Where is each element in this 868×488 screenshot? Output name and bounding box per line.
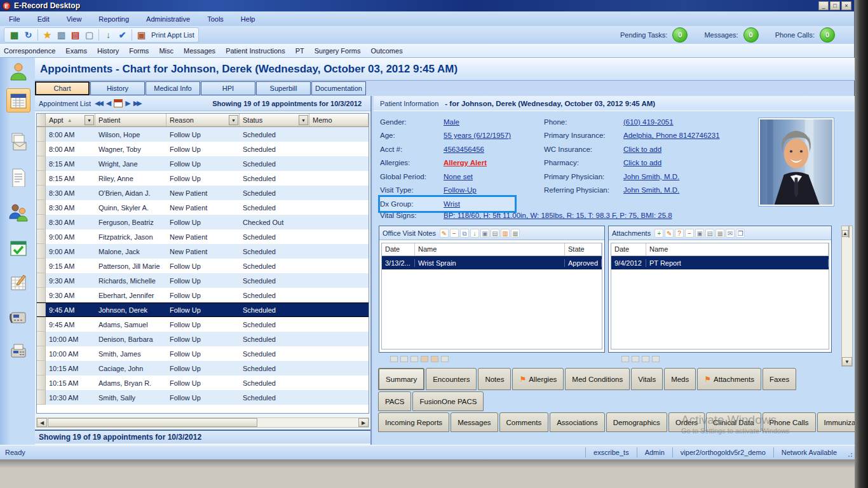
column-header-status[interactable]: Status▼ bbox=[240, 114, 309, 126]
tab-faxes[interactable]: Faxes bbox=[763, 368, 796, 390]
column-header-name[interactable]: Name bbox=[646, 243, 829, 255]
favorites-star-icon[interactable]: ★ bbox=[41, 29, 53, 41]
close-button[interactable]: × bbox=[841, 1, 851, 10]
tab-encounters[interactable]: Encounters bbox=[426, 368, 477, 390]
table-row[interactable]: 10:15 AMAdams, Bryan R.Follow UpSchedule… bbox=[37, 376, 369, 390]
scrollbar-thumb[interactable] bbox=[848, 226, 850, 238]
tab-comments[interactable]: Comments bbox=[499, 412, 549, 432]
tab-summary[interactable]: Summary bbox=[378, 368, 424, 390]
print-preview-icon[interactable]: ▤ bbox=[491, 229, 499, 238]
nav-tab-forms[interactable]: Forms bbox=[129, 47, 149, 55]
row-selector[interactable] bbox=[37, 127, 46, 142]
sidebar-item-tasks[interactable] bbox=[6, 236, 31, 260]
field-value[interactable]: Allergy Alert bbox=[444, 159, 487, 166]
field-value[interactable]: 4563456456 bbox=[444, 146, 484, 153]
row-selector[interactable] bbox=[37, 142, 46, 156]
archive-icon[interactable]: ▦ bbox=[715, 229, 724, 238]
row-selector[interactable] bbox=[37, 332, 46, 346]
sidebar-item-correspondence[interactable] bbox=[6, 129, 31, 153]
field-value[interactable]: Click to add bbox=[623, 146, 661, 153]
tab-fusionone-pacs[interactable]: FusionOne PACS bbox=[412, 391, 484, 411]
row-selector[interactable] bbox=[37, 186, 46, 200]
copy-icon[interactable]: ⧉ bbox=[460, 229, 469, 238]
menu-item-view[interactable]: View bbox=[67, 15, 82, 23]
first-day-button[interactable]: ◀◀ bbox=[95, 99, 104, 107]
field-value[interactable]: Click to add bbox=[623, 159, 661, 166]
menu-item-help[interactable]: Help bbox=[241, 15, 255, 23]
nav-tab-misc[interactable]: Misc bbox=[159, 47, 173, 55]
nav-tab-patient-instructions[interactable]: Patient Instructions bbox=[226, 47, 285, 55]
nav-tab-history[interactable]: History bbox=[97, 47, 119, 55]
field-value[interactable]: (610) 419-2051 bbox=[623, 118, 674, 126]
counter-badge-1[interactable]: 0 bbox=[743, 27, 759, 43]
calendar-add-icon[interactable]: ▦ bbox=[8, 29, 20, 41]
row-selector[interactable] bbox=[37, 156, 46, 171]
column-header-appt[interactable]: Appt▲▼ bbox=[46, 114, 95, 126]
scroll-left-arrow[interactable]: ◀ bbox=[37, 418, 47, 427]
sidebar-item-patients[interactable] bbox=[6, 200, 31, 224]
nav-tab-pt[interactable]: PT bbox=[295, 47, 304, 55]
delete-icon[interactable]: − bbox=[685, 229, 694, 238]
edit-icon[interactable]: ✎ bbox=[440, 229, 449, 238]
scroll-up-arrow[interactable]: ▲ bbox=[842, 230, 848, 237]
tab-vitals[interactable]: Vitals bbox=[631, 368, 663, 390]
menu-item-file[interactable]: File bbox=[9, 15, 20, 23]
field-value[interactable]: John Smith, M.D. bbox=[623, 186, 679, 194]
table-row[interactable]: 10:00 AMSmith, JamesFollow UpScheduled bbox=[37, 346, 369, 361]
check-icon[interactable]: ✔ bbox=[116, 29, 128, 41]
menu-item-tools[interactable]: Tools bbox=[207, 15, 224, 23]
tab-notes[interactable]: Notes bbox=[478, 368, 511, 390]
sidebar-item-calendar[interactable] bbox=[6, 88, 31, 112]
print-icon[interactable]: ▣ bbox=[135, 29, 147, 41]
filter-dropdown-icon[interactable]: ▼ bbox=[229, 115, 238, 125]
clipboard-icon[interactable]: ▥ bbox=[501, 229, 510, 238]
tab-demographics[interactable]: Demographics bbox=[606, 412, 667, 432]
tab-messages[interactable]: Messages bbox=[451, 412, 498, 432]
table-row[interactable]: 8:15 AMRiley, AnneFollow UpScheduled bbox=[37, 171, 369, 186]
filter-dropdown-icon[interactable]: ▼ bbox=[299, 115, 308, 125]
scroll-down-arrow[interactable]: ▼ bbox=[842, 357, 852, 366]
table-row[interactable]: 9:15 AMPatterson, Jill MarieFollow UpSch… bbox=[37, 259, 369, 273]
tab-associations[interactable]: Associations bbox=[550, 412, 605, 432]
resize-grip[interactable] bbox=[844, 451, 852, 458]
menu-item-reporting[interactable]: Reporting bbox=[98, 15, 129, 23]
table-row[interactable]: 9:00 AMMalone, JackNew PatientScheduled bbox=[37, 244, 369, 259]
column-header-date[interactable]: Date bbox=[611, 243, 646, 255]
column-header-state[interactable]: State bbox=[565, 243, 602, 255]
minimize-button[interactable]: _ bbox=[818, 1, 829, 10]
delete-icon[interactable]: − bbox=[450, 229, 459, 238]
table-row[interactable]: 9:45 AMJohnson, DerekFollow UpScheduled bbox=[37, 302, 369, 317]
vitals-value[interactable]: BP: 118/60, H: 5ft 11.00in, W: 185lbs, R… bbox=[444, 212, 672, 219]
filter-dropdown-icon[interactable]: ▼ bbox=[85, 115, 94, 125]
tab-orders[interactable]: Orders bbox=[668, 412, 705, 432]
column-header-patient[interactable]: Patient bbox=[95, 114, 166, 126]
tab-clinical-data[interactable]: Clinical Data bbox=[706, 412, 761, 432]
refresh-icon[interactable]: ↻ bbox=[22, 29, 34, 41]
tab-phone-calls[interactable]: Phone Calls bbox=[763, 412, 816, 432]
field-value[interactable]: Adelphia, Phone 8142746231 bbox=[623, 132, 720, 139]
import-icon[interactable]: ↓ bbox=[470, 229, 479, 238]
print-preview-icon[interactable]: ▤ bbox=[705, 229, 714, 238]
counter-badge-2[interactable]: 0 bbox=[820, 27, 835, 43]
help-icon[interactable]: ? bbox=[675, 229, 684, 238]
nav-tab-correspondence[interactable]: Correspondence bbox=[4, 47, 55, 55]
table-row[interactable]: 8:00 AMWilson, HopeFollow UpScheduled bbox=[37, 127, 369, 142]
scrollbar-thumb[interactable] bbox=[48, 418, 257, 427]
tab-chart[interactable]: Chart bbox=[35, 81, 90, 95]
row-selector[interactable] bbox=[37, 346, 46, 361]
nav-tab-messages[interactable]: Messages bbox=[184, 47, 215, 55]
last-day-button[interactable]: ▶▶ bbox=[133, 99, 142, 107]
print-appt-list-button[interactable]: Print Appt List bbox=[151, 31, 194, 39]
horizontal-scrollbar[interactable]: ◀ ▶ bbox=[36, 417, 369, 428]
archive-icon[interactable]: ▦ bbox=[511, 229, 520, 238]
tab-attachments[interactable]: ⚑Attachments bbox=[697, 368, 761, 390]
tab-documentation[interactable]: Documentation bbox=[311, 81, 366, 95]
tab-allergies[interactable]: ⚑Allergies bbox=[512, 368, 564, 390]
column-header-reason[interactable]: Reason▼ bbox=[166, 114, 240, 126]
note-row[interactable]: 3/13/2...Wrist SprainApproved bbox=[382, 256, 602, 269]
vertical-scrollbar[interactable]: ▲ ▼ bbox=[841, 226, 853, 367]
print-icon[interactable]: ▣ bbox=[480, 229, 489, 238]
table-row[interactable]: 9:30 AMEberhart, JenniferFollow UpSchedu… bbox=[37, 288, 369, 302]
field-value[interactable]: 55 years (6/12/1957) bbox=[444, 132, 511, 139]
maximize-button[interactable]: □ bbox=[830, 1, 840, 10]
